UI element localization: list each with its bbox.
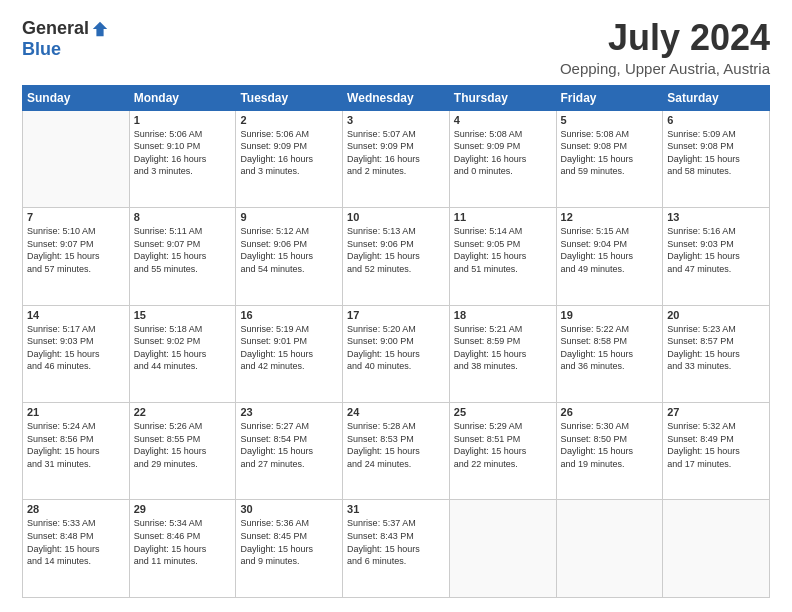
day-info: Sunrise: 5:17 AM Sunset: 9:03 PM Dayligh… <box>27 323 125 373</box>
calendar-cell-w5-d6 <box>556 500 663 598</box>
day-info: Sunrise: 5:27 AM Sunset: 8:54 PM Dayligh… <box>240 420 338 470</box>
day-info: Sunrise: 5:33 AM Sunset: 8:48 PM Dayligh… <box>27 517 125 567</box>
day-number: 13 <box>667 211 765 223</box>
day-number: 3 <box>347 114 445 126</box>
calendar-table: Sunday Monday Tuesday Wednesday Thursday… <box>22 85 770 598</box>
calendar-cell-w5-d7 <box>663 500 770 598</box>
day-info: Sunrise: 5:09 AM Sunset: 9:08 PM Dayligh… <box>667 128 765 178</box>
logo-general-text: General <box>22 18 89 39</box>
day-number: 27 <box>667 406 765 418</box>
day-info: Sunrise: 5:10 AM Sunset: 9:07 PM Dayligh… <box>27 225 125 275</box>
day-info: Sunrise: 5:32 AM Sunset: 8:49 PM Dayligh… <box>667 420 765 470</box>
calendar-cell-w1-d2: 1Sunrise: 5:06 AM Sunset: 9:10 PM Daylig… <box>129 110 236 207</box>
day-info: Sunrise: 5:08 AM Sunset: 9:09 PM Dayligh… <box>454 128 552 178</box>
day-info: Sunrise: 5:19 AM Sunset: 9:01 PM Dayligh… <box>240 323 338 373</box>
logo-blue-text: Blue <box>22 39 61 59</box>
calendar-cell-w1-d1 <box>23 110 130 207</box>
col-sunday: Sunday <box>23 85 130 110</box>
day-info: Sunrise: 5:07 AM Sunset: 9:09 PM Dayligh… <box>347 128 445 178</box>
day-number: 11 <box>454 211 552 223</box>
logo-icon <box>91 20 109 38</box>
calendar-cell-w3-d4: 17Sunrise: 5:20 AM Sunset: 9:00 PM Dayli… <box>343 305 450 402</box>
calendar-cell-w2-d3: 9Sunrise: 5:12 AM Sunset: 9:06 PM Daylig… <box>236 208 343 305</box>
day-number: 12 <box>561 211 659 223</box>
calendar-cell-w5-d3: 30Sunrise: 5:36 AM Sunset: 8:45 PM Dayli… <box>236 500 343 598</box>
calendar-cell-w4-d2: 22Sunrise: 5:26 AM Sunset: 8:55 PM Dayli… <box>129 403 236 500</box>
day-number: 10 <box>347 211 445 223</box>
col-saturday: Saturday <box>663 85 770 110</box>
day-info: Sunrise: 5:11 AM Sunset: 9:07 PM Dayligh… <box>134 225 232 275</box>
day-info: Sunrise: 5:06 AM Sunset: 9:10 PM Dayligh… <box>134 128 232 178</box>
day-info: Sunrise: 5:22 AM Sunset: 8:58 PM Dayligh… <box>561 323 659 373</box>
header: General Blue July 2024 Oepping, Upper Au… <box>22 18 770 77</box>
calendar-cell-w5-d5 <box>449 500 556 598</box>
day-info: Sunrise: 5:23 AM Sunset: 8:57 PM Dayligh… <box>667 323 765 373</box>
calendar-cell-w4-d3: 23Sunrise: 5:27 AM Sunset: 8:54 PM Dayli… <box>236 403 343 500</box>
day-number: 29 <box>134 503 232 515</box>
day-number: 18 <box>454 309 552 321</box>
col-monday: Monday <box>129 85 236 110</box>
calendar-cell-w2-d1: 7Sunrise: 5:10 AM Sunset: 9:07 PM Daylig… <box>23 208 130 305</box>
main-title: July 2024 <box>560 18 770 58</box>
calendar-cell-w2-d4: 10Sunrise: 5:13 AM Sunset: 9:06 PM Dayli… <box>343 208 450 305</box>
calendar-cell-w2-d6: 12Sunrise: 5:15 AM Sunset: 9:04 PM Dayli… <box>556 208 663 305</box>
calendar-week-2: 7Sunrise: 5:10 AM Sunset: 9:07 PM Daylig… <box>23 208 770 305</box>
calendar-cell-w2-d5: 11Sunrise: 5:14 AM Sunset: 9:05 PM Dayli… <box>449 208 556 305</box>
calendar-week-1: 1Sunrise: 5:06 AM Sunset: 9:10 PM Daylig… <box>23 110 770 207</box>
subtitle: Oepping, Upper Austria, Austria <box>560 60 770 77</box>
day-number: 28 <box>27 503 125 515</box>
day-info: Sunrise: 5:20 AM Sunset: 9:00 PM Dayligh… <box>347 323 445 373</box>
title-section: July 2024 Oepping, Upper Austria, Austri… <box>560 18 770 77</box>
calendar-cell-w4-d6: 26Sunrise: 5:30 AM Sunset: 8:50 PM Dayli… <box>556 403 663 500</box>
day-number: 5 <box>561 114 659 126</box>
day-number: 20 <box>667 309 765 321</box>
day-number: 19 <box>561 309 659 321</box>
day-info: Sunrise: 5:30 AM Sunset: 8:50 PM Dayligh… <box>561 420 659 470</box>
day-number: 14 <box>27 309 125 321</box>
day-number: 16 <box>240 309 338 321</box>
calendar-cell-w5-d2: 29Sunrise: 5:34 AM Sunset: 8:46 PM Dayli… <box>129 500 236 598</box>
calendar-header-row: Sunday Monday Tuesday Wednesday Thursday… <box>23 85 770 110</box>
day-number: 8 <box>134 211 232 223</box>
svg-marker-0 <box>93 21 107 35</box>
calendar-cell-w3-d1: 14Sunrise: 5:17 AM Sunset: 9:03 PM Dayli… <box>23 305 130 402</box>
day-info: Sunrise: 5:06 AM Sunset: 9:09 PM Dayligh… <box>240 128 338 178</box>
day-number: 6 <box>667 114 765 126</box>
calendar-cell-w5-d1: 28Sunrise: 5:33 AM Sunset: 8:48 PM Dayli… <box>23 500 130 598</box>
day-number: 1 <box>134 114 232 126</box>
calendar-cell-w1-d6: 5Sunrise: 5:08 AM Sunset: 9:08 PM Daylig… <box>556 110 663 207</box>
day-info: Sunrise: 5:29 AM Sunset: 8:51 PM Dayligh… <box>454 420 552 470</box>
day-info: Sunrise: 5:26 AM Sunset: 8:55 PM Dayligh… <box>134 420 232 470</box>
col-wednesday: Wednesday <box>343 85 450 110</box>
day-number: 2 <box>240 114 338 126</box>
calendar-cell-w5-d4: 31Sunrise: 5:37 AM Sunset: 8:43 PM Dayli… <box>343 500 450 598</box>
calendar-week-3: 14Sunrise: 5:17 AM Sunset: 9:03 PM Dayli… <box>23 305 770 402</box>
calendar-cell-w1-d4: 3Sunrise: 5:07 AM Sunset: 9:09 PM Daylig… <box>343 110 450 207</box>
calendar-cell-w1-d3: 2Sunrise: 5:06 AM Sunset: 9:09 PM Daylig… <box>236 110 343 207</box>
day-number: 26 <box>561 406 659 418</box>
day-number: 23 <box>240 406 338 418</box>
col-friday: Friday <box>556 85 663 110</box>
col-thursday: Thursday <box>449 85 556 110</box>
day-info: Sunrise: 5:08 AM Sunset: 9:08 PM Dayligh… <box>561 128 659 178</box>
calendar-cell-w1-d5: 4Sunrise: 5:08 AM Sunset: 9:09 PM Daylig… <box>449 110 556 207</box>
day-info: Sunrise: 5:12 AM Sunset: 9:06 PM Dayligh… <box>240 225 338 275</box>
calendar-cell-w4-d4: 24Sunrise: 5:28 AM Sunset: 8:53 PM Dayli… <box>343 403 450 500</box>
calendar-cell-w1-d7: 6Sunrise: 5:09 AM Sunset: 9:08 PM Daylig… <box>663 110 770 207</box>
day-info: Sunrise: 5:18 AM Sunset: 9:02 PM Dayligh… <box>134 323 232 373</box>
day-number: 4 <box>454 114 552 126</box>
day-number: 22 <box>134 406 232 418</box>
day-info: Sunrise: 5:36 AM Sunset: 8:45 PM Dayligh… <box>240 517 338 567</box>
calendar-cell-w3-d3: 16Sunrise: 5:19 AM Sunset: 9:01 PM Dayli… <box>236 305 343 402</box>
calendar-cell-w3-d7: 20Sunrise: 5:23 AM Sunset: 8:57 PM Dayli… <box>663 305 770 402</box>
day-number: 30 <box>240 503 338 515</box>
day-info: Sunrise: 5:37 AM Sunset: 8:43 PM Dayligh… <box>347 517 445 567</box>
logo: General Blue <box>22 18 109 60</box>
day-info: Sunrise: 5:14 AM Sunset: 9:05 PM Dayligh… <box>454 225 552 275</box>
day-number: 21 <box>27 406 125 418</box>
day-info: Sunrise: 5:13 AM Sunset: 9:06 PM Dayligh… <box>347 225 445 275</box>
day-info: Sunrise: 5:16 AM Sunset: 9:03 PM Dayligh… <box>667 225 765 275</box>
calendar-cell-w4-d1: 21Sunrise: 5:24 AM Sunset: 8:56 PM Dayli… <box>23 403 130 500</box>
day-info: Sunrise: 5:15 AM Sunset: 9:04 PM Dayligh… <box>561 225 659 275</box>
calendar-cell-w3-d2: 15Sunrise: 5:18 AM Sunset: 9:02 PM Dayli… <box>129 305 236 402</box>
